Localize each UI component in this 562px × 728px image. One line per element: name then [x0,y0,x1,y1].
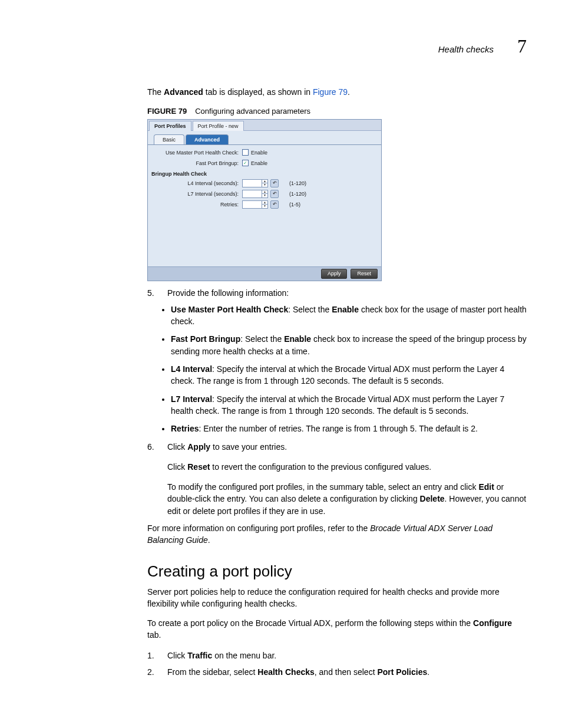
figure-caption: FIGURE 79Configuring advanced parameters [147,107,527,116]
revert-icon[interactable]: ↶ [270,200,279,209]
label-retries: Retries: [151,202,240,207]
inner-tab-advanced[interactable]: Advanced [186,134,229,144]
range-retries: (1-5) [289,202,300,207]
spinner-retries[interactable]: ▲▼ [242,200,268,209]
step-6: 6. Click Apply to save your entries. [147,441,527,453]
policy-intro-1: Server port policies help to reduce the … [147,587,527,610]
label-fast-port-bringup: Fast Port Bringup: [151,160,240,166]
step6-sub-reset: Click Reset to revert the configuration … [167,461,527,473]
spinner-l7-interval[interactable]: ▲▼ [242,190,268,198]
file-tab-port-profiles[interactable]: Port Profiles [149,121,191,131]
enable-text: Enable [251,150,267,156]
policy-intro-2: To create a port policy on the Brocade V… [147,618,527,641]
more-info: For more information on configuring port… [147,523,527,546]
label-master-port-hc: Use Master Port Health Check: [151,150,240,156]
bullet-l7-interval: L7 Interval: Specify the interval at whi… [171,393,527,417]
range-l4: (1-120) [289,180,306,186]
revert-icon[interactable]: ↶ [270,190,279,198]
step-2: 2. From the sidebar, select Health Check… [147,666,527,678]
intro-bold: Advanced [164,87,203,97]
file-tab-port-profile-new[interactable]: Port Profile - new [193,121,244,131]
revert-icon[interactable]: ↶ [270,179,279,187]
step-1: 1. Click Traffic on the menu bar. [147,650,527,661]
bullet-retries: Retries: Enter the number of retries. Th… [171,423,527,434]
step-5: 5. Provide the following information: [147,287,527,299]
inner-tab-basic[interactable]: Basic [154,134,184,144]
label-l4-interval: L4 Interval (seconds): [151,180,240,186]
spinner-l4-interval[interactable]: ▲▼ [242,179,268,187]
step6-sub-edit-delete: To modify the configured port profiles, … [167,481,527,517]
bullet-master-port-hc: Use Master Port Health Check: Select the… [171,304,527,328]
chapter-number: 7 [517,35,527,57]
label-l7-interval: L7 Interval (seconds): [151,191,240,197]
figure-screenshot: Port Profiles Port Profile - new Basic A… [147,119,382,281]
reset-button[interactable]: Reset [351,269,378,279]
checkbox-master-port-hc[interactable] [242,149,249,156]
bullet-l4-interval: L4 Interval: Specify the interval at whi… [171,363,527,387]
header-section: Health checks [438,44,494,54]
enable-text: Enable [251,160,267,166]
bullet-fast-port-bringup: Fast Port Bringup: Select the Enable che… [171,333,527,357]
checkbox-fast-port-bringup[interactable]: ✓ [242,160,249,166]
figure-link[interactable]: Figure 79 [313,87,348,97]
intro-paragraph: The Advanced tab is displayed, as shown … [147,87,527,98]
group-bringup-hc: Bringup Health Check [151,169,378,178]
apply-button[interactable]: Apply [321,269,348,279]
section-heading-port-policy: Creating a port policy [147,562,527,581]
bullet-list: Use Master Port Health Check: Select the… [147,304,527,435]
range-l7: (1-120) [289,191,306,197]
